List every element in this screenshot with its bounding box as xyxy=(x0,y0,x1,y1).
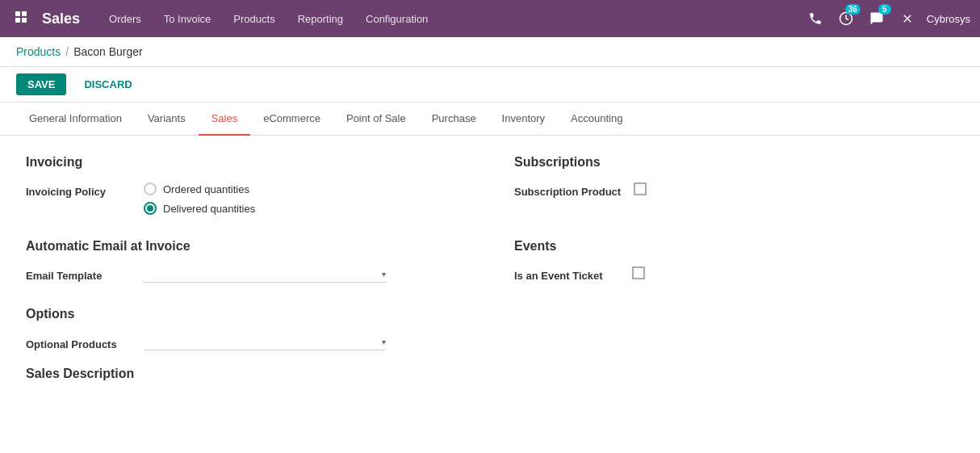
nav-reporting[interactable]: Reporting xyxy=(288,10,353,28)
email-template-arrow-icon: ▾ xyxy=(382,270,386,279)
user-name: Cybrosys xyxy=(927,13,970,25)
tab-variants[interactable]: Variants xyxy=(135,103,199,136)
svg-rect-0 xyxy=(15,11,20,16)
nav-products[interactable]: Products xyxy=(224,10,284,28)
phone-icon-btn[interactable] xyxy=(804,7,827,30)
subscriptions-title: Subscriptions xyxy=(514,155,954,170)
options-title: Options xyxy=(26,307,954,321)
topbar: Sales Orders To Invoice Products Reporti… xyxy=(0,0,980,37)
toolbar: SAVE DISCARD xyxy=(0,67,980,103)
subscription-product-checkbox[interactable] xyxy=(634,182,647,195)
subscription-product-row: Subscription Product xyxy=(514,182,954,198)
tab-ecommerce[interactable]: eCommerce xyxy=(250,103,333,136)
invoicing-policy-radio-group: Ordered quantities Delivered quantities xyxy=(144,182,255,215)
email-template-row: Email Template ▾ xyxy=(26,266,466,283)
events-title: Events xyxy=(514,239,954,254)
tab-point-of-sale[interactable]: Point of Sale xyxy=(333,103,419,136)
messages-icon-btn[interactable]: 5 xyxy=(865,7,888,30)
radio-delivered-label: Delivered quantities xyxy=(163,203,255,215)
optional-products-label: Optional Products xyxy=(26,335,131,350)
tab-bar: General Information Variants Sales eComm… xyxy=(0,103,980,136)
discard-button[interactable]: DISCARD xyxy=(73,73,143,95)
breadcrumb-link[interactable]: Products xyxy=(16,45,61,58)
breadcrumb: Products / Bacon Burger xyxy=(0,37,980,67)
subscriptions-section: Subscriptions Subscription Product xyxy=(514,155,954,223)
tab-inventory[interactable]: Inventory xyxy=(489,103,558,136)
events-section: Events Is an Event Ticket xyxy=(514,239,954,291)
email-template-label: Email Template xyxy=(26,266,131,282)
options-section: Options Optional Products ▾ xyxy=(26,307,954,350)
messages-badge: 5 xyxy=(878,4,891,15)
radio-delivered-circle xyxy=(144,202,157,215)
invoicing-section: Invoicing Invoicing Policy Ordered quant… xyxy=(26,155,466,223)
svg-rect-1 xyxy=(22,11,27,16)
invoicing-policy-row: Invoicing Policy Ordered quantities Deli… xyxy=(26,182,466,215)
svg-rect-2 xyxy=(15,18,20,23)
radio-ordered-quantities[interactable]: Ordered quantities xyxy=(144,182,255,195)
subscription-product-label: Subscription Product xyxy=(514,182,621,198)
email-section: Automatic Email at Invoice Email Templat… xyxy=(26,239,466,291)
event-ticket-label: Is an Event Ticket xyxy=(514,266,619,282)
optional-products-select[interactable]: ▾ xyxy=(144,334,386,350)
topbar-right: 36 5 Cybrosys xyxy=(804,7,970,30)
radio-ordered-label: Ordered quantities xyxy=(163,183,249,195)
tab-purchase[interactable]: Purchase xyxy=(419,103,489,136)
breadcrumb-separator: / xyxy=(65,45,69,58)
close-icon-btn[interactable] xyxy=(896,7,919,30)
nav-to-invoice[interactable]: To Invoice xyxy=(154,10,221,28)
row-email-events: Automatic Email at Invoice Email Templat… xyxy=(26,239,954,291)
email-title: Automatic Email at Invoice xyxy=(26,239,466,254)
nav-orders[interactable]: Orders xyxy=(99,10,151,28)
breadcrumb-current: Bacon Burger xyxy=(73,45,143,58)
top-nav: Orders To Invoice Products Reporting Con… xyxy=(99,10,804,28)
optional-products-row: Optional Products ▾ xyxy=(26,334,954,350)
content-area: General Information Variants Sales eComm… xyxy=(0,103,980,453)
tab-accounting[interactable]: Accounting xyxy=(558,103,635,136)
invoicing-title: Invoicing xyxy=(26,155,466,170)
optional-products-arrow-icon: ▾ xyxy=(382,338,386,346)
radio-delivered-quantities[interactable]: Delivered quantities xyxy=(144,202,255,215)
tab-sales[interactable]: Sales xyxy=(199,103,251,136)
save-button[interactable]: SAVE xyxy=(16,73,66,95)
form-body: Invoicing Invoicing Policy Ordered quant… xyxy=(0,136,980,453)
activity-icon-btn[interactable]: 36 xyxy=(835,7,857,30)
email-template-select[interactable]: ▾ xyxy=(144,266,386,283)
app-name: Sales xyxy=(42,10,80,27)
event-ticket-row: Is an Event Ticket xyxy=(514,266,954,282)
grid-icon[interactable] xyxy=(10,6,36,31)
nav-configuration[interactable]: Configuration xyxy=(356,10,438,28)
tab-general-information[interactable]: General Information xyxy=(16,103,135,136)
row-invoicing-subscriptions: Invoicing Invoicing Policy Ordered quant… xyxy=(26,155,954,223)
invoicing-policy-label: Invoicing Policy xyxy=(26,182,131,198)
event-ticket-checkbox[interactable] xyxy=(632,266,645,279)
sales-description-title: Sales Description xyxy=(26,367,954,381)
svg-rect-3 xyxy=(22,18,27,23)
activity-badge: 36 xyxy=(845,4,861,15)
radio-ordered-circle xyxy=(144,182,157,195)
